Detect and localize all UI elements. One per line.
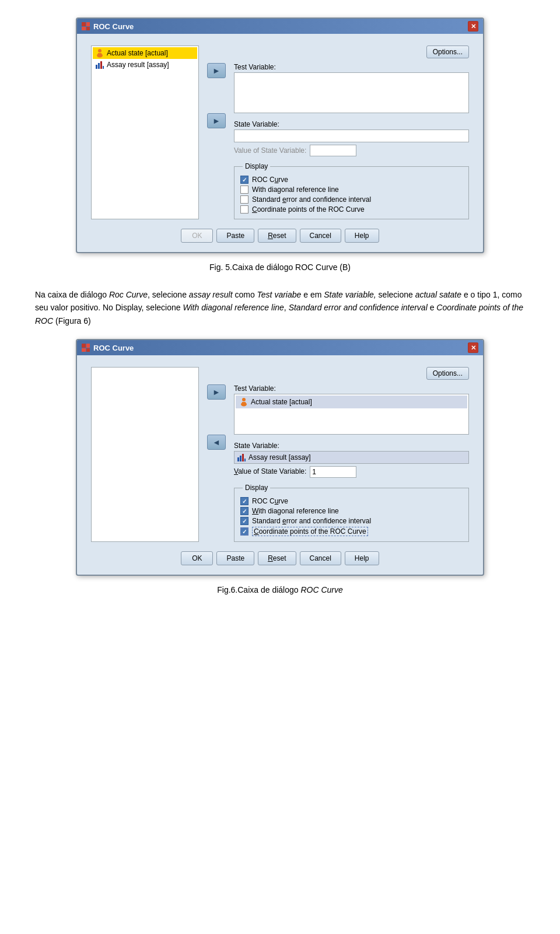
variable-list2 (91, 367, 199, 542)
svg-rect-9 (242, 402, 246, 405)
checkbox2-roc-label: ROC Curve (252, 497, 288, 505)
checkbox2-row-coord[interactable]: ✓ Coordinate points of the ROC Curve (240, 527, 463, 536)
checkbox2-diagonal-label: With diagonal reference line (252, 507, 339, 515)
checkbox2-stderr-label: Standard error and confidence interval (252, 517, 371, 525)
test-variable-box2[interactable]: Actual state [actual] (234, 394, 469, 435)
bar-chart-icon (95, 60, 104, 69)
dialog2-titlebar: ROC Curve ✕ (77, 340, 483, 355)
display-group: Display ✓ ROC Curve With diagonal refere… (234, 162, 469, 219)
checkbox-coord-label: Coordinate points of the ROC Curve (252, 205, 365, 214)
test-variable-box[interactable] (234, 72, 469, 113)
value-state-input[interactable] (310, 145, 356, 156)
person-icon2 (239, 397, 249, 407)
checkbox-roc-label: ROC Curve (252, 176, 288, 184)
dialog2-buttons: OK Paste Reset Cancel Help (86, 547, 474, 568)
svg-point-0 (98, 49, 102, 53)
checkbox2-row-diagonal[interactable]: ✓ With diagonal reference line (240, 507, 463, 515)
bar-chart-icon2 (237, 453, 246, 462)
checkbox2-row-stderr[interactable]: ✓ Standard error and confidence interval (240, 517, 463, 525)
dialog1-titlebar: ROC Curve ✕ (77, 19, 483, 34)
checkbox-row-diagonal[interactable]: With diagonal reference line (240, 186, 463, 194)
options-button2[interactable]: Options... (426, 367, 469, 380)
dialog1-window: ROC Curve ✕ Actual state [actual] (76, 18, 484, 253)
value-state-label: Value of State Variable: (234, 146, 306, 155)
app-icon (82, 22, 90, 30)
checkbox-diagonal-icon (240, 186, 249, 194)
state-variable-filled[interactable]: Assay result [assay] (234, 451, 469, 464)
var-item-actual-label: Actual state [actual] (107, 49, 168, 57)
state-variable-value: Assay result [assay] (249, 453, 311, 461)
state-variable-box[interactable] (234, 130, 469, 142)
svg-rect-4 (98, 63, 100, 69)
checkbox2-row-roc[interactable]: ✓ ROC Curve (240, 497, 463, 505)
svg-rect-2 (98, 53, 102, 56)
checkbox2-stderr-icon: ✓ (240, 517, 249, 525)
state-variable-label2: State Variable: (234, 442, 469, 450)
caption1: Fig. 5.Caixa de diálogo ROC Curve (B) (35, 263, 525, 272)
reset-button2[interactable]: Reset (258, 551, 296, 565)
help-button2[interactable]: Help (345, 551, 379, 565)
var-item-assay-label: Assay result [assay] (107, 61, 169, 69)
close-button2[interactable]: ✕ (468, 342, 478, 353)
checkbox2-coord-icon: ✓ (240, 527, 249, 536)
arrow-state-btn[interactable]: ► (207, 113, 226, 128)
person-icon (95, 48, 104, 58)
checkbox2-diagonal-icon: ✓ (240, 507, 249, 515)
var-item-assay[interactable]: Assay result [assay] (93, 59, 197, 71)
cancel-button2[interactable]: Cancel (300, 551, 341, 565)
checkbox-coord-icon (240, 205, 249, 214)
variable-list: Actual state [actual] Assay result [assa… (91, 46, 199, 219)
caption2: Fig.6.Caixa de diálogo ROC Curve (35, 585, 525, 594)
svg-point-7 (242, 398, 246, 401)
svg-rect-5 (100, 61, 102, 69)
svg-rect-6 (103, 66, 104, 69)
var-item-actual[interactable]: Actual state [actual] (93, 47, 197, 59)
ok-button2[interactable]: OK (181, 551, 213, 565)
checkbox2-roc-icon: ✓ (240, 497, 249, 505)
checkbox-roc-icon: ✓ (240, 176, 249, 184)
svg-rect-11 (240, 456, 242, 461)
checkbox-stderr-icon (240, 195, 249, 204)
help-button[interactable]: Help (345, 229, 379, 243)
dialog2-window: ROC Curve ✕ ► ◄ Options... Test Variable… (76, 339, 484, 576)
display-legend2: Display (243, 484, 270, 492)
svg-rect-3 (96, 65, 97, 69)
paste-button2[interactable]: Paste (216, 551, 254, 565)
arrow-test-btn[interactable]: ► (207, 63, 226, 78)
checkbox-diagonal-label: With diagonal reference line (252, 186, 339, 194)
svg-rect-12 (242, 454, 244, 461)
display-group2: Display ✓ ROC Curve ✓ With diagonal refe… (234, 484, 469, 542)
test-variable-label2: Test Variable: (234, 384, 469, 393)
app-icon2 (82, 344, 90, 352)
svg-rect-13 (244, 459, 246, 461)
dialog1-buttons: OK Paste Reset Cancel Help (86, 224, 474, 245)
state-variable-label: State Variable: (234, 120, 469, 128)
svg-rect-10 (237, 457, 239, 461)
checkbox-row-coord[interactable]: Coordinate points of the ROC Curve (240, 205, 463, 214)
close-button[interactable]: ✕ (468, 21, 478, 32)
reset-button[interactable]: Reset (258, 229, 296, 243)
test-variable-value: Actual state [actual] (251, 398, 312, 406)
checkbox2-coord-label: Coordinate points of the ROC Curve (252, 527, 368, 536)
dialog2-title: ROC Curve (93, 344, 134, 352)
arrow-test-btn2[interactable]: ► (207, 384, 226, 400)
body-text: Na caixa de diálogo Roc Curve, selecione… (35, 288, 525, 327)
paste-button[interactable]: Paste (216, 229, 254, 243)
checkbox-stderr-label: Standard error and confidence interval (252, 195, 371, 204)
ok-button[interactable]: OK (181, 229, 213, 243)
value-state-input2[interactable] (310, 466, 356, 478)
arrow-state-btn2[interactable]: ◄ (207, 435, 226, 450)
checkbox-row-stderr[interactable]: Standard error and confidence interval (240, 195, 463, 204)
test-variable-label: Test Variable: (234, 63, 469, 71)
options-button[interactable]: Options... (426, 46, 469, 58)
display-legend: Display (243, 162, 270, 170)
dialog1-title: ROC Curve (93, 22, 134, 31)
cancel-button[interactable]: Cancel (300, 229, 341, 243)
value-state-label2: Value of State Variable: (234, 467, 306, 475)
checkbox-row-roc[interactable]: ✓ ROC Curve (240, 176, 463, 184)
